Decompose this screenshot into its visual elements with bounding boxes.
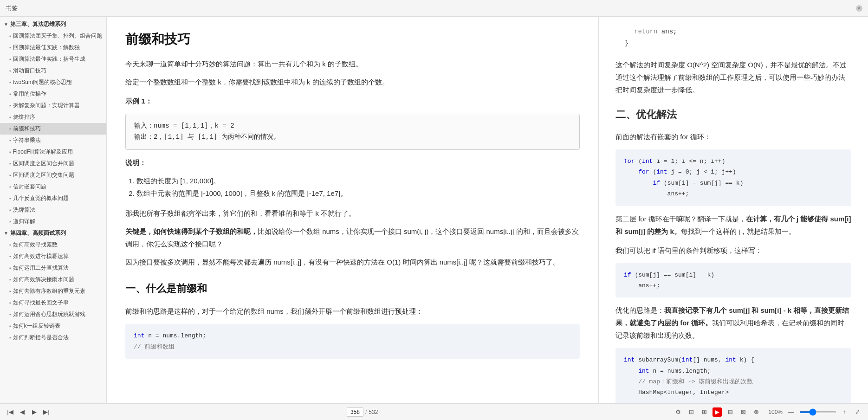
sidebar-item-huisu-kuohao[interactable]: ▪ 回溯算法最佳实践：括号生成: [0, 53, 106, 65]
note-item-2: 数组中元素的范围是 [-1000, 1000]，且整数 k 的范围是 [-1e7…: [136, 187, 580, 200]
play-icon[interactable]: ▶: [713, 407, 722, 417]
item-label: 回溯算法最佳实践：解数独: [13, 44, 80, 52]
zoom-slider[interactable]: [799, 411, 836, 413]
sidebar-item-modexp[interactable]: ▪ 如何高效进行模幂运算: [0, 251, 106, 262]
item-label: 几个反直觉的概率问题: [13, 194, 69, 202]
section1-intro: 前缀和的思路是这样的，对于一个给定的数组 nums，我们额外开辟一个前缀和数组进…: [125, 305, 580, 317]
intro-paragraph: 今天来聊一道简单却十分巧妙的算法问题：算出一共有几个和为 k 的子数组。: [125, 58, 580, 70]
sidebar-item-rainwater[interactable]: ▪ 如何高效解决接雨水问题: [0, 274, 106, 285]
item-icon: ▪: [9, 138, 11, 143]
item-icon: ▪: [9, 254, 11, 259]
problem-desc: 给定一个整数数组和一个整数 k，你需要找到该数组中和为 k 的连续的子数组的个数…: [125, 76, 580, 88]
sidebar-item-bitops[interactable]: ▪ 常用的位操作: [0, 88, 106, 100]
section1-heading: 一、什么是前缀和: [125, 279, 580, 298]
close-button[interactable]: ×: [856, 5, 862, 12]
code-block-1: int n = nums.length; // 前缀和数组: [125, 324, 580, 359]
more-icon[interactable]: ⊛: [751, 407, 761, 417]
sidebar-item-interval-merge[interactable]: ▪ 区间调度之区间合并问题: [0, 158, 106, 169]
bookmark-icon[interactable]: ⊠: [738, 407, 748, 417]
sidebar-item-huisu-ziji[interactable]: ▪ 回溯算法团灭子集、排列、组合问题: [0, 30, 106, 42]
sidebar-item-shuffle[interactable]: ▪ 洗牌算法: [0, 204, 106, 216]
item-label: 如何高效寻找素数: [13, 241, 58, 249]
nav-last-button[interactable]: ▶|: [42, 407, 51, 417]
right-p3: 我们可以把 if 语句里的条件判断移项，这样写：: [615, 244, 851, 257]
item-label: 如何运用二分查找算法: [13, 264, 69, 272]
item-icon: ▪: [9, 289, 11, 294]
item-icon: ▪: [9, 68, 11, 73]
return-ans-code: return ans; }: [615, 26, 851, 49]
item-icon: ▪: [9, 161, 11, 166]
item-label: 常用的位操作: [13, 90, 46, 98]
copy-icon[interactable]: ⊡: [687, 407, 696, 417]
p1: 那我把所有子数组都穷举出来，算它们的和，看看谁的和等于 k 不就行了。: [125, 207, 580, 220]
sidebar-item-envelope[interactable]: ▪ 信封嵌套问题: [0, 181, 106, 193]
sidebar-item-sliding-window[interactable]: ▪ 滑动窗口技巧: [0, 65, 106, 77]
sidebar: ▼ 第三章、算法思维系列 ▪ 回溯算法团灭子集、排列、组合问题 ▪ 回溯算法最佳…: [0, 17, 107, 403]
item-label: 滑动窗口技巧: [13, 67, 46, 75]
view-icon[interactable]: ⊟: [725, 407, 735, 417]
item-label: 如何去除有序数组的重复元素: [13, 287, 85, 295]
sidebar-item-prefix-sum[interactable]: ▪ 前缀和技巧: [0, 123, 106, 135]
sidebar-item-greedy-jump[interactable]: ▪ 如何运用贪心思想玩跳跃游戏: [0, 309, 106, 320]
item-icon: ▪: [9, 33, 11, 39]
nav-next-button[interactable]: ▶: [30, 407, 39, 417]
layout-icon[interactable]: ⊞: [700, 407, 709, 417]
item-label: 回溯算法最佳实践：括号生成: [13, 55, 85, 63]
example-box: 输入：nums = [1,1,1]，k = 2 输出：2，[1,1] 与 [1,…: [125, 114, 580, 150]
item-label: 烧饼排序: [13, 113, 35, 121]
sidebar-item-bracket-valid[interactable]: ▪ 如何判断括号是否合法: [0, 332, 106, 343]
sidebar-section-chapter4[interactable]: ▼ 第四章、高频面试系列: [0, 227, 106, 239]
sidebar-item-string-multiply[interactable]: ▪ 字符串乘法: [0, 135, 106, 146]
bottombar-right: ⚙ ⊡ ⊞ ▶ ⊟ ⊠ ⊛ 100% — + ⤢: [674, 407, 862, 417]
titlebar-title: 书签: [6, 4, 18, 13]
item-label: 区间调度之区间交集问题: [13, 171, 74, 179]
page-separator: /: [365, 409, 367, 415]
right-p4: 优化的思路是：我直接记录下有几个 sum[j] 和 sum[i] - k 相等，…: [615, 304, 851, 342]
item-label: FloodFill算法详解及应用: [13, 148, 73, 156]
item-icon: ▪: [9, 242, 11, 247]
item-icon: ▪: [9, 126, 11, 131]
zoom-plus-button[interactable]: +: [840, 407, 849, 417]
item-icon: ▪: [9, 91, 11, 97]
sidebar-item-pancake[interactable]: ▪ 烧饼排序: [0, 111, 106, 123]
item-icon: ▪: [9, 219, 11, 224]
sidebar-item-reverse-linkedlist[interactable]: ▪ 如何k一组反转链表: [0, 320, 106, 332]
item-label: 区间调度之区间合并问题: [13, 160, 74, 168]
right-p1: 这个解法的时间复杂度 O(N^2) 空间复杂度 O(N)，并不是最优的解法。不过…: [615, 58, 851, 96]
fullscreen-button[interactable]: ⤢: [853, 407, 862, 417]
sidebar-item-floodfill[interactable]: ▪ FloodFill算法详解及应用: [0, 146, 106, 158]
item-label: 前缀和技巧: [13, 125, 41, 133]
sidebar-item-remove-dup[interactable]: ▪ 如何去除有序数组的重复元素: [0, 285, 106, 297]
nav-prev-button[interactable]: ◀: [18, 407, 27, 417]
sidebar-item-recursion[interactable]: ▪ 递归详解: [0, 216, 106, 227]
sidebar-item-twosum[interactable]: ▪ twoSum问题的核心思想: [0, 77, 106, 88]
code-block-func: int subarraySum(int[] nums, int k) { int…: [615, 348, 851, 403]
zoom-level: 100%: [768, 409, 783, 415]
sidebar-item-binary-search[interactable]: ▪ 如何运用二分查找算法: [0, 262, 106, 274]
sidebar-item-huisu-jiedu[interactable]: ▪ 回溯算法最佳实践：解数独: [0, 42, 106, 53]
item-label: 如何寻找最长回文子串: [13, 299, 69, 307]
right-section2-intro: 前面的解法有嵌套的 for 循环：: [615, 130, 851, 143]
zoom-minus-button[interactable]: —: [786, 407, 796, 417]
item-icon: ▪: [9, 196, 11, 201]
chapter4-label: 第四章、高频面试系列: [10, 229, 66, 237]
settings-icon[interactable]: ⚙: [674, 407, 683, 417]
page-current-input[interactable]: 358: [347, 407, 363, 417]
item-label: 递归详解: [13, 218, 35, 226]
sidebar-item-calculator[interactable]: ▪ 拆解复杂问题：实现计算器: [0, 100, 106, 111]
note-item-1: 数组的长度为 [1, 20,000]。: [136, 174, 580, 187]
item-label: 拆解复杂问题：实现计算器: [13, 102, 80, 110]
page-total: 532: [369, 409, 378, 415]
item-icon: ▪: [9, 323, 11, 329]
sidebar-item-interval-intersect[interactable]: ▪ 区间调度之区间交集问题: [0, 169, 106, 181]
sidebar-item-palindrome[interactable]: ▪ 如何寻找最长回文子串: [0, 297, 106, 309]
sidebar-item-prime[interactable]: ▪ 如何高效寻找素数: [0, 239, 106, 251]
sidebar-item-probability[interactable]: ▪ 几个反直觉的概率问题: [0, 193, 106, 204]
item-icon: ▪: [9, 300, 11, 305]
sidebar-section-chapter3[interactable]: ▼ 第三章、算法思维系列: [0, 19, 106, 30]
item-icon: ▪: [9, 173, 11, 178]
nav-first-button[interactable]: |◀: [6, 407, 15, 417]
triangle-icon: ▼: [4, 22, 8, 27]
example-output: 输出：2，[1,1] 与 [1,1] 为两种不同的情况。: [134, 132, 571, 143]
item-icon: ▪: [9, 265, 11, 271]
